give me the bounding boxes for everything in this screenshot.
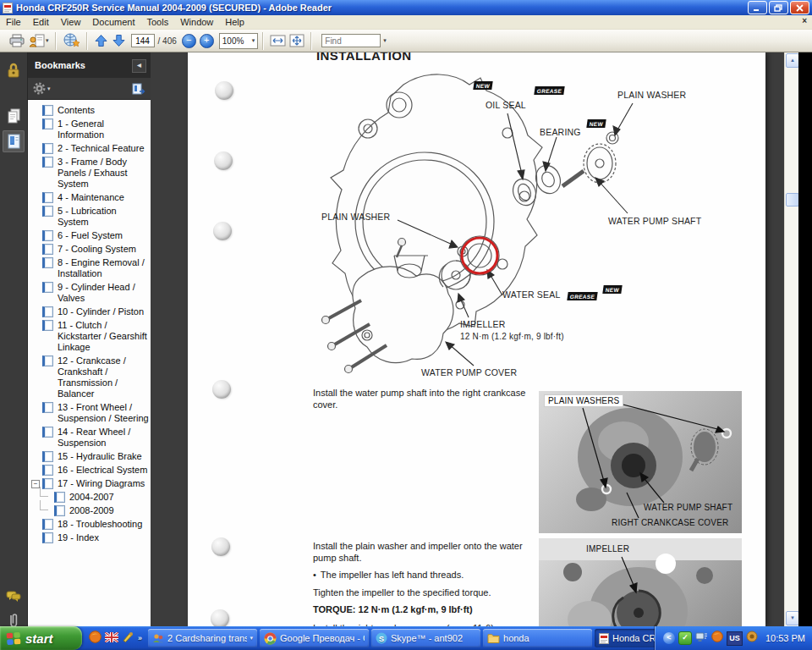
bookmark-item[interactable]: 19 - Index — [28, 532, 151, 545]
bookmark-item[interactable]: 8 - Engine Removal / Installation — [28, 256, 151, 281]
bookmark-label: 9 - Cylinder Head / Valves — [58, 282, 149, 304]
task-skype[interactable]: S Skype™ - ant902 — [371, 629, 480, 647]
bookmark-page-icon — [42, 465, 53, 476]
bookmark-item[interactable]: 16 - Electrical System — [28, 464, 151, 477]
bookmark-item[interactable]: 2 - Technical Feature — [28, 142, 151, 156]
options-gear-icon[interactable]: ▾ — [33, 82, 51, 95]
scroll-up-button[interactable]: ▲ — [786, 53, 798, 68]
bookmark-item[interactable]: 18 - Troubleshooting — [28, 518, 151, 532]
close-toolbar-icon[interactable]: × — [802, 16, 807, 25]
next-page-button[interactable] — [110, 31, 128, 50]
bookmark-item[interactable]: 12 - Crankcase / Crankshaft / Transmissi… — [28, 355, 151, 401]
menu-tools[interactable]: Tools — [141, 16, 175, 28]
zoom-in-button[interactable]: + — [200, 34, 214, 48]
tray-security-shield-icon[interactable]: ✓ — [678, 631, 692, 645]
instruction-para3: Tighten the impeller to the specified to… — [313, 587, 536, 599]
menu-edit[interactable]: Edit — [27, 16, 55, 28]
scroll-down-button[interactable]: ▼ — [786, 611, 798, 625]
bookmark-item[interactable]: 4 - Maintenance — [28, 191, 151, 205]
menu-file[interactable]: File — [0, 16, 27, 28]
chevron-down-icon: ▾ — [47, 85, 51, 92]
bookmark-item[interactable]: 10 - Cylinder / Piston — [28, 306, 151, 319]
bookmark-item[interactable]: Contents — [28, 104, 151, 118]
bookmark-item[interactable]: 7 - Cooling System — [28, 243, 151, 256]
find-input[interactable] — [321, 34, 381, 47]
toolbar-separator — [262, 32, 264, 50]
bookmark-item[interactable]: 1 - General Information — [28, 118, 151, 142]
bookmark-item[interactable]: 5 - Lubrication System — [28, 205, 151, 229]
print-button[interactable] — [7, 31, 27, 50]
bookmark-item[interactable]: 9 - Cylinder Head / Valves — [28, 281, 151, 306]
bookmark-item[interactable]: 11 - Clutch / Kickstarter / Gearshift Li… — [28, 319, 151, 355]
bookmark-item[interactable]: 14 - Rear Wheel / Suspension — [28, 426, 151, 450]
instruction-para1: Install the water pump shaft into the ri… — [313, 388, 540, 410]
bookmark-item[interactable]: 3 - Frame / Body Panels / Exhaust System — [28, 156, 151, 191]
task-honda-folder[interactable]: honda — [483, 629, 592, 647]
previous-page-button[interactable] — [92, 31, 110, 50]
task-label: 2 Cardsharing trans... — [167, 633, 246, 643]
tray-clock[interactable]: 10:53 PM — [765, 633, 805, 643]
bookmark-item[interactable]: 13 - Front Wheel / Suspension / Steering — [28, 401, 151, 426]
tray-network-icon[interactable] — [695, 631, 708, 646]
tray-volume-icon[interactable] — [746, 631, 758, 646]
pages-panel-icon[interactable] — [3, 105, 25, 127]
folder-icon — [487, 633, 500, 643]
skype-icon: S — [376, 632, 387, 644]
main-area: Bookmarks ◀ ▾ Contents 1 - General Infor… — [0, 52, 812, 626]
uk-flag-icon[interactable] — [105, 631, 118, 646]
brush-quicklaunch-icon[interactable] — [122, 631, 134, 646]
task-adobe-reader[interactable]: Honda CRF250R Serv... — [595, 629, 655, 647]
taskbar: start » 2 Cardsharing trans... ▾ Google … — [0, 626, 812, 650]
menu-document[interactable]: Document — [86, 16, 140, 28]
fit-page-button[interactable] — [288, 31, 306, 50]
task-cardsharing[interactable]: 2 Cardsharing trans... ▾ — [148, 629, 257, 647]
security-lock-icon[interactable] — [3, 59, 25, 81]
bookmark-item[interactable]: 2008-2009 — [28, 504, 151, 518]
forum-icon — [152, 633, 164, 644]
collapse-expander-icon[interactable]: − — [31, 480, 40, 488]
collaborate-button[interactable] — [61, 31, 82, 50]
start-label: start — [25, 631, 53, 646]
restore-button[interactable] — [769, 1, 788, 14]
bookmark-page-icon — [42, 532, 53, 543]
bookmark-page-icon — [42, 257, 53, 268]
pdf-icon — [599, 633, 609, 644]
document-scrollbar[interactable]: ▲ ▼ — [784, 52, 798, 626]
menu-view[interactable]: View — [55, 16, 87, 28]
expand-current-bookmark-icon[interactable] — [131, 82, 145, 96]
label-plain-washer-left: PLAIN WASHER — [321, 212, 390, 222]
bookmark-page-icon — [42, 402, 53, 413]
browser-quicklaunch-icon[interactable] — [89, 631, 102, 647]
save-copy-button[interactable]: ▾ — [27, 31, 51, 50]
bookmark-label: 13 - Front Wheel / Suspension / Steering — [58, 402, 149, 424]
bookmark-label: 2 - Technical Feature — [58, 143, 145, 154]
tray-hide-icons-chevron[interactable]: < — [663, 632, 675, 644]
chevron-down-icon[interactable]: ▾ — [383, 37, 387, 44]
bookmark-page-icon — [42, 118, 53, 129]
scrollbar-thumb[interactable] — [786, 193, 798, 207]
page-number-input[interactable] — [131, 34, 155, 47]
new-tag: NEW — [586, 119, 606, 128]
tray-firefox-icon[interactable] — [711, 631, 723, 646]
collapse-panel-button[interactable]: ◀ — [132, 59, 146, 73]
bookmark-item[interactable]: 6 - Fuel System — [28, 229, 151, 243]
task-google-translate[interactable]: Google Преводач - G... — [260, 629, 369, 647]
fit-width-button[interactable] — [268, 31, 288, 50]
menu-help[interactable]: Help — [219, 16, 250, 28]
document-view[interactable]: INSTALLATION — [151, 52, 798, 626]
photo-right-crankcase-cover: PLAIN WASHERS WATER PUMP SHAFT RIGHT CRA… — [539, 391, 742, 533]
language-indicator[interactable]: US — [727, 631, 743, 646]
comments-panel-icon[interactable] — [3, 586, 25, 608]
bookmarks-panel-icon[interactable] — [3, 130, 25, 152]
start-button[interactable]: start — [0, 626, 82, 650]
label-bearing: BEARING — [540, 127, 581, 137]
zoom-out-button[interactable]: − — [182, 34, 196, 48]
close-button[interactable] — [790, 1, 809, 14]
zoom-level-select[interactable]: 100% ▾ — [219, 33, 259, 49]
bookmark-item[interactable]: 15 - Hydraulic Brake — [28, 450, 151, 464]
bookmark-label: 14 - Rear Wheel / Suspension — [58, 427, 149, 449]
minimize-button[interactable] — [748, 1, 767, 14]
menu-window[interactable]: Window — [174, 16, 219, 28]
quicklaunch-overflow-chevron[interactable]: » — [138, 634, 142, 642]
instruction-bullet1: The impeller has left hand threads. — [321, 570, 464, 581]
